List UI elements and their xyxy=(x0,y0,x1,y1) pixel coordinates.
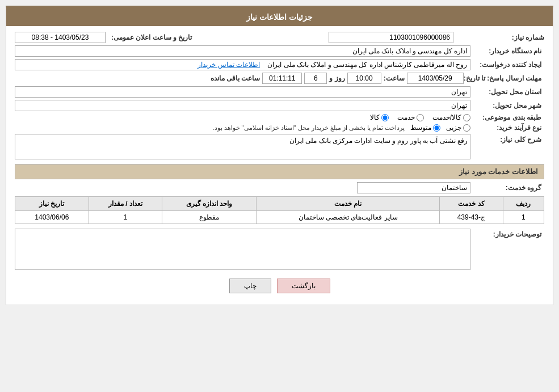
need-desc-value: رفع نشتی آب به پاور روم و سایت ادارات مر… xyxy=(289,137,468,145)
remaining-label: ساعت باقی مانده xyxy=(211,74,260,82)
need-number-label: شماره نیاز: xyxy=(456,33,544,41)
city-label: شهر محل تحویل: xyxy=(470,102,544,109)
col-row-num: ردیف xyxy=(503,197,544,211)
category-kala-khedmat-option[interactable]: کالا/خدمت xyxy=(432,113,470,121)
services-section-title: اطلاعات خدمات مورد نیاز xyxy=(15,164,544,179)
category-label: طبقه بندی موضوعی: xyxy=(470,113,544,121)
print-button[interactable]: چاپ xyxy=(229,279,271,293)
col-date: تاریخ نیاز xyxy=(15,197,89,211)
need-number-value: 1103001096000086 xyxy=(329,32,453,43)
announcement-label: تاریخ و ساعت اعلان عمومی: xyxy=(108,33,192,41)
cell-quantity: 1 xyxy=(89,211,162,224)
creator-label: ایجاد کننده درخواست: xyxy=(470,61,544,69)
col-service-code: کد خدمت xyxy=(440,197,503,211)
col-service-name: نام خدمت xyxy=(257,197,440,211)
cell-service_code: ج-43-439 xyxy=(440,211,503,224)
purchase-motevaset-option[interactable]: متوسط xyxy=(410,124,440,132)
creator-value: روح اله میرفاطمی کارشناس اداره کل مهندسی… xyxy=(15,59,470,70)
purchase-desc: پرداخت تمام یا بخشی از مبلغ خریدار محل "… xyxy=(212,124,405,132)
deadline-day: 6 xyxy=(304,73,327,84)
cell-unit: مقطوع xyxy=(162,211,257,224)
province-value: تهران xyxy=(15,86,470,98)
deadline-date: 1403/05/29 xyxy=(407,73,464,84)
col-quantity: تعداد / مقدار xyxy=(89,197,162,211)
services-table: ردیف کد خدمت نام خدمت واحد اندازه گیری ت… xyxy=(15,196,544,224)
buyer-desc-input[interactable] xyxy=(18,231,468,265)
org-name-label: نام دستگاه خریدار: xyxy=(470,47,544,55)
deadline-day-label: روز و xyxy=(329,74,344,82)
cell-service_name: سایر فعالیت‌های تخصصی ساختمان xyxy=(257,211,440,224)
col-unit: واحد اندازه گیری xyxy=(162,197,257,211)
page-header: جزئیات اطلاعات نیاز xyxy=(6,8,553,26)
cell-row_num: 1 xyxy=(503,211,544,224)
purchase-jazei-option[interactable]: جزیی xyxy=(446,124,470,132)
announcement-value: 1403/05/23 - 08:38 xyxy=(15,32,106,43)
service-group-value: ساختمان xyxy=(357,182,470,193)
category-kala-option[interactable]: کالا xyxy=(370,113,389,121)
need-desc-label: شرح کلی نیاز: xyxy=(470,134,544,144)
back-button[interactable]: بازگشت xyxy=(277,279,330,293)
city-value: تهران xyxy=(15,100,470,111)
deadline-time: 10:00 xyxy=(347,73,381,84)
deadline-label: مهلت ارسال پاسخ: تا تاریخ: xyxy=(464,74,544,82)
creator-contact-link[interactable]: اطلاعات تماس خریدار xyxy=(197,61,260,69)
service-group-label: گروه خدمت: xyxy=(470,184,544,192)
deadline-time-label: ساعت: xyxy=(384,74,405,82)
org-name-value: اداره کل مهندسی و املاک بانک ملی ایران xyxy=(15,45,470,57)
cell-date: 1403/06/06 xyxy=(15,211,89,224)
remaining-time: 01:11:11 xyxy=(262,73,302,84)
province-label: استان محل تحویل: xyxy=(470,88,544,96)
page-title: جزئیات اطلاعات نیاز xyxy=(246,12,313,22)
category-khedmat-option[interactable]: خدمت xyxy=(397,113,424,121)
purchase-label: نوع فرآیند خرید: xyxy=(470,124,544,132)
table-row: 1ج-43-439سایر فعالیت‌های تخصصی ساختمانمق… xyxy=(15,211,544,224)
buyer-desc-label: توصیحات خریدار: xyxy=(470,229,544,238)
